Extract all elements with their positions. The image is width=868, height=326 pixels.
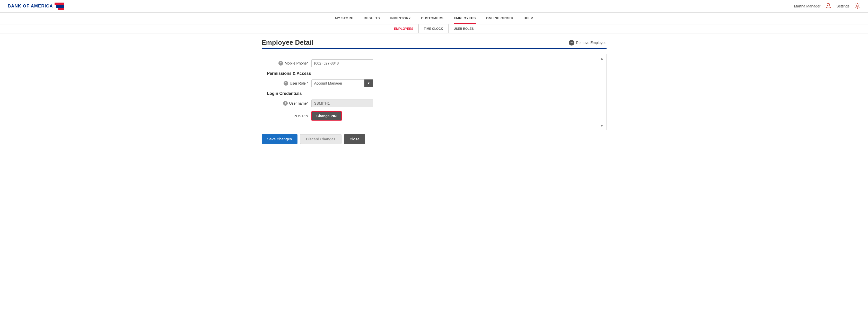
sub-nav: EMPLOYEES TIME CLOCK USER ROLES bbox=[0, 25, 868, 33]
nav-item-inventory[interactable]: INVENTORY bbox=[390, 16, 411, 24]
nav-item-employees[interactable]: EMPLOYEES bbox=[454, 16, 475, 24]
username-input[interactable] bbox=[311, 99, 373, 107]
user-role-row: ? User Role * Account Manager Store Mana… bbox=[267, 79, 601, 87]
scroll-down-icon[interactable]: ▼ bbox=[600, 124, 604, 128]
user-name-label: Martha Manager bbox=[794, 4, 820, 8]
mobile-phone-input[interactable] bbox=[311, 59, 373, 67]
username-row: ? User name* bbox=[267, 99, 601, 107]
svg-point-4 bbox=[857, 5, 859, 7]
header-right: Martha Manager Settings bbox=[794, 3, 860, 10]
content-wrapper: Employee Detail – Remove Employee ▲ ? Mo… bbox=[254, 33, 614, 152]
top-header: BANK OF AMERICA Martha Manager Settings bbox=[0, 0, 868, 12]
sub-nav-employees[interactable]: EMPLOYEES bbox=[389, 25, 419, 33]
username-help-icon[interactable]: ? bbox=[283, 101, 288, 106]
logo-text: BANK OF AMERICA bbox=[8, 4, 53, 9]
mobile-phone-help-icon[interactable]: ? bbox=[278, 61, 283, 66]
user-role-select-wrapper: Account Manager Store Manager Cashier Em… bbox=[311, 79, 373, 87]
nav-item-results[interactable]: RESULTS bbox=[364, 16, 380, 24]
login-credentials-heading: Login Credentials bbox=[267, 91, 601, 96]
logo: BANK OF AMERICA bbox=[8, 3, 64, 10]
username-label: ? User name* bbox=[267, 101, 308, 106]
boa-flag-icon bbox=[55, 3, 64, 10]
permissions-heading: Permissions & Access bbox=[267, 71, 601, 76]
mobile-phone-row: ? Mobile Phone* bbox=[267, 59, 601, 67]
user-profile-icon[interactable] bbox=[826, 3, 831, 10]
svg-marker-1 bbox=[56, 5, 64, 8]
sub-nav-timeclock[interactable]: TIME CLOCK bbox=[419, 25, 448, 33]
form-scroll-container[interactable]: ▲ ? Mobile Phone* Permissions & Access ?… bbox=[262, 54, 607, 130]
blue-divider bbox=[262, 48, 607, 49]
svg-point-3 bbox=[827, 3, 830, 6]
svg-marker-0 bbox=[55, 3, 64, 5]
close-button[interactable]: Close bbox=[344, 134, 365, 144]
svg-marker-2 bbox=[58, 8, 64, 10]
user-role-select[interactable]: Account Manager Store Manager Cashier Em… bbox=[311, 79, 373, 87]
user-role-label: ? User Role * bbox=[267, 81, 308, 86]
page-title-row: Employee Detail – Remove Employee bbox=[262, 39, 607, 46]
page-title: Employee Detail bbox=[262, 39, 313, 46]
remove-icon: – bbox=[569, 40, 575, 45]
user-role-help-icon[interactable]: ? bbox=[284, 81, 288, 86]
scroll-up-icon[interactable]: ▲ bbox=[600, 56, 604, 60]
nav-item-help[interactable]: HELP bbox=[524, 16, 533, 24]
pos-pin-label: POS PIN bbox=[267, 114, 308, 118]
save-changes-button[interactable]: Save Changes bbox=[262, 134, 298, 144]
settings-label[interactable]: Settings bbox=[836, 4, 849, 8]
main-nav: MY STORE RESULTS INVENTORY CUSTOMERS EMP… bbox=[0, 12, 868, 25]
sub-nav-userroles[interactable]: USER ROLES bbox=[448, 25, 479, 33]
bottom-buttons: Save Changes Discard Changes Close bbox=[262, 130, 607, 146]
change-pin-button[interactable]: Change PIN bbox=[311, 111, 342, 121]
remove-employee-label: Remove Employee bbox=[576, 41, 606, 45]
nav-item-mystore[interactable]: MY STORE bbox=[335, 16, 353, 24]
pos-pin-row: POS PIN Change PIN bbox=[267, 111, 601, 121]
discard-changes-button[interactable]: Discard Changes bbox=[300, 134, 341, 144]
nav-item-customers[interactable]: CUSTOMERS bbox=[421, 16, 443, 24]
nav-item-onlineorder[interactable]: ONLINE ORDER bbox=[486, 16, 514, 24]
mobile-phone-label: ? Mobile Phone* bbox=[267, 61, 308, 66]
settings-gear-icon[interactable] bbox=[855, 3, 860, 9]
remove-employee-button[interactable]: – Remove Employee bbox=[569, 40, 606, 45]
